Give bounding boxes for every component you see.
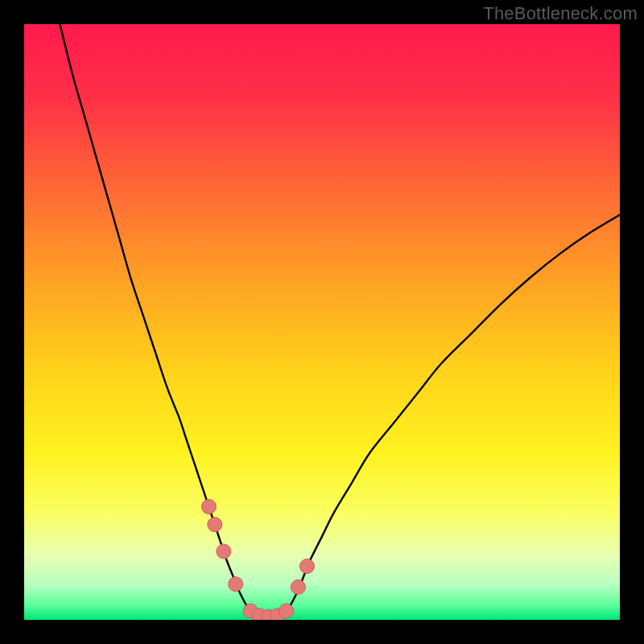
data-markers xyxy=(201,499,314,620)
data-marker xyxy=(201,499,216,514)
plot-area xyxy=(24,24,620,620)
data-marker xyxy=(208,518,222,532)
curve-layer xyxy=(24,24,620,620)
data-marker xyxy=(279,604,294,618)
watermark-label: TheBottleneck.com xyxy=(483,3,638,24)
data-marker xyxy=(217,544,231,559)
data-marker xyxy=(291,580,305,594)
curve-right-branch xyxy=(287,215,620,613)
data-marker xyxy=(229,577,243,592)
chart-frame: TheBottleneck.com xyxy=(0,0,644,644)
data-marker xyxy=(300,559,315,573)
